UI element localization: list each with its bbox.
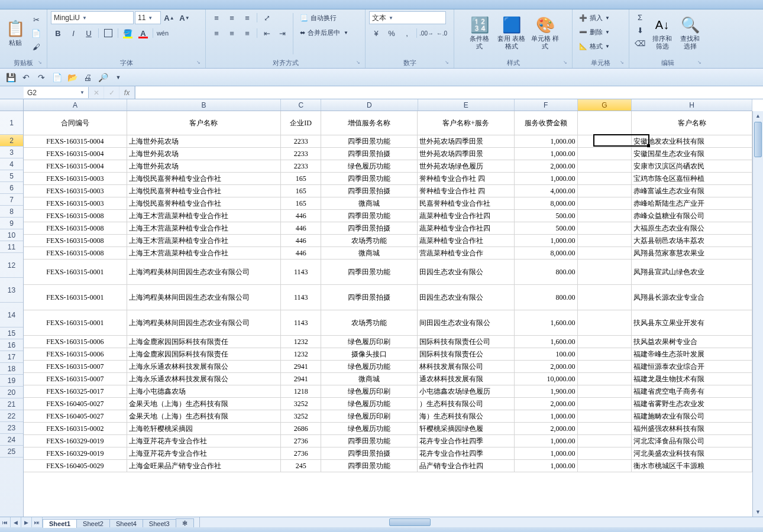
font-size-combo[interactable]: 11▼ [135,11,161,24]
number-group-label: 数字 [369,58,450,67]
qat-customize-button[interactable]: ▼ [111,71,125,84]
cell-styles-label: 单元格 样式 [531,35,560,50]
chevron-down-icon: ▼ [148,15,153,21]
border-icon [104,29,112,37]
conditional-format-button[interactable]: 🔢条件格式 [467,11,493,54]
increase-indent-button[interactable]: ⇥ [275,27,289,40]
chevron-down-icon: ▼ [80,90,85,95]
clear-button[interactable]: ⌫ [633,37,647,50]
accounting-format-button[interactable]: ¥ [369,27,383,40]
bold-button[interactable]: B [51,27,65,40]
merge-center-button[interactable]: ⬌合并后居中▼ [297,25,351,40]
format-cells-button[interactable]: 📐格式▼ [576,39,613,53]
percent-format-button[interactable]: % [384,27,399,40]
formula-bar-row: G2▼ ✕ ✓ fx [0,86,763,99]
copy-button[interactable]: 📄 [29,27,43,40]
delete-cells-button[interactable]: ➖删除▼ [576,25,613,39]
qat-save-button[interactable]: 💾 [4,71,18,84]
insert-cells-button[interactable]: ➕插入▼ [576,11,613,25]
cond-format-label: 条件格式 [467,35,492,50]
increase-font-button[interactable]: A▲ [162,11,176,24]
delete-icon: ➖ [579,28,587,36]
align-middle-button[interactable]: ≡ [225,11,239,24]
autosum-button[interactable]: Σ [633,11,647,24]
merge-label: 合并后居中 [308,28,340,37]
increase-decimal-button[interactable]: .00→ [419,27,434,40]
decrease-font-button[interactable]: A▼ [177,11,192,24]
underline-button[interactable]: U [82,27,96,40]
wrap-text-button[interactable]: 📃自动换行 [297,11,351,25]
qat-print-button[interactable]: 🖨 [80,71,95,84]
align-bottom-button[interactable]: ≡ [240,11,254,24]
paste-button[interactable]: 📋 粘贴 [4,11,27,54]
chevron-down-icon: ▼ [389,15,393,21]
merge-icon: ⬌ [300,29,305,37]
italic-button[interactable]: I [66,27,80,40]
insert-label: 插入 [590,14,603,22]
find-icon: 🔍 [681,15,700,35]
editing-group-label: 编辑 [633,58,703,67]
table-format-label: 套用 表格格式 [496,35,528,50]
number-format-combo[interactable]: 文本▼ [369,11,446,24]
align-left-button[interactable]: ≡ [209,27,224,40]
align-right-button[interactable]: ≡ [240,27,254,40]
chevron-down-icon: ▼ [344,30,348,35]
qat-preview-button[interactable]: 🔎 [96,71,110,84]
insert-function-button[interactable]: fx [119,86,135,99]
fx-label: fx [124,89,130,97]
fill-color-button[interactable]: 🪣 [121,27,135,40]
sort-icon: A↓ [655,15,669,35]
enter-formula-button[interactable]: ✓ [104,86,119,99]
qat-new-button[interactable]: 📄 [50,71,64,84]
find-label: 查找和 选择 [678,35,702,50]
paste-label: 粘贴 [9,39,22,47]
name-box-value: G2 [27,89,37,97]
delete-label: 删除 [590,28,603,37]
number-format-value: 文本 [372,13,386,23]
format-label: 格式 [590,42,603,51]
sort-filter-button[interactable]: A↓排序和 筛选 [649,11,675,54]
name-box[interactable]: G2▼ [24,87,89,98]
qat-undo-button[interactable]: ↶ [19,71,33,84]
font-group-label: 字体 [51,58,202,67]
font-name-combo[interactable]: MingLiU▼ [51,11,134,24]
styles-group-label: 样式 [458,58,568,67]
format-icon: 📐 [579,43,587,50]
wrap-icon: 📃 [300,14,308,22]
wrap-label: 自动换行 [311,14,337,22]
font-size-value: 11 [138,14,146,22]
qat-open-button[interactable]: 📂 [65,71,79,84]
chevron-down-icon: ▼ [605,44,610,49]
insert-icon: ➕ [579,14,587,22]
comma-format-button[interactable]: , [400,27,414,40]
cut-button[interactable]: ✂ [29,13,43,26]
chevron-down-icon: ▼ [605,30,610,35]
cancel-formula-button[interactable]: ✕ [89,86,104,99]
cell-styles-icon: 🎨 [536,15,555,35]
font-color-button[interactable]: A [136,27,150,40]
ribbon: 📋 粘贴 ✂ 📄 🖌 剪贴板 MingLiU▼ 11▼ A▲ A▼ B [0,9,763,69]
title-bar [0,0,763,9]
qat-redo-button[interactable]: ↷ [34,71,49,84]
orientation-button[interactable]: ⤢ [260,11,274,24]
fill-button[interactable]: ⬇ [633,24,647,37]
font-name-value: MingLiU [54,14,80,22]
clipboard-group-label: 剪贴板 [4,58,43,67]
decrease-indent-button[interactable]: ⇤ [260,27,274,40]
phonetic-button[interactable]: wén [156,27,170,40]
decrease-decimal-button[interactable]: ←.0 [435,27,449,40]
cond-format-icon: 🔢 [470,15,489,35]
find-select-button[interactable]: 🔍查找和 选择 [677,11,703,54]
format-painter-button[interactable]: 🖌 [29,40,43,53]
chevron-down-icon: ▼ [82,15,87,21]
align-center-button[interactable]: ≡ [225,27,239,40]
border-button[interactable] [101,27,115,40]
cells-group-label: 单元格 [576,58,625,67]
chevron-down-icon: ▼ [605,15,610,21]
quick-access-row: 💾 ↶ ↷ 📄 📂 🖨 🔎 ▼ [0,69,763,86]
formula-input[interactable] [135,86,763,99]
table-format-icon: 🟦 [502,15,521,35]
align-top-button[interactable]: ≡ [209,11,224,24]
format-as-table-button[interactable]: 🟦套用 表格格式 [495,11,528,54]
cell-styles-button[interactable]: 🎨单元格 样式 [531,11,560,54]
